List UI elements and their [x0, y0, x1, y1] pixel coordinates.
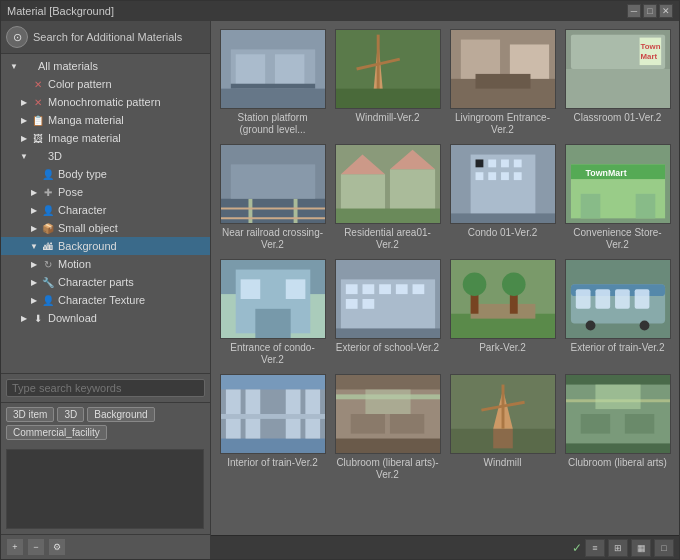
grid-item-classroom[interactable]: Town Mart Classroom 01-Ver.2: [564, 29, 671, 136]
tag-3d[interactable]: 3D: [57, 407, 84, 422]
tag-background[interactable]: Background: [87, 407, 154, 422]
grid-item-train-exterior[interactable]: Exterior of train-Ver.2: [564, 259, 671, 366]
svg-rect-98: [350, 414, 384, 434]
svg-rect-73: [470, 304, 535, 319]
tree-item-all-materials[interactable]: ▼ All materials: [1, 57, 210, 75]
grid-item-windmill-ver2[interactable]: Windmill-Ver.2: [334, 29, 441, 136]
tree-item-background[interactable]: ▼ 🏙 Background: [1, 237, 210, 255]
grid-item-railroad[interactable]: Near railroad crossing-Ver.2: [219, 144, 326, 251]
tag-commercial[interactable]: Commercial_facility: [6, 425, 107, 440]
grid-item-clubroom[interactable]: Clubroom (liberal arts)-Ver.2: [334, 374, 441, 481]
svg-rect-47: [513, 172, 521, 180]
thumb-windmill-ver2: [335, 29, 441, 109]
svg-rect-60: [285, 279, 305, 299]
search-input[interactable]: [6, 379, 205, 397]
grid-item-residential[interactable]: Residential area01-Ver.2: [334, 144, 441, 251]
grid-item-station[interactable]: Station platform (ground level...: [219, 29, 326, 136]
grid-item-park[interactable]: Park-Ver.2: [449, 259, 556, 366]
icon-character-texture: 👤: [41, 293, 55, 307]
grid-item-clubroom-lib[interactable]: Clubroom (liberal arts): [564, 374, 671, 481]
label-character-texture: Character Texture: [58, 294, 145, 306]
arrow-body-type: [29, 169, 39, 179]
svg-rect-68: [345, 299, 357, 309]
label-train-interior: Interior of train-Ver.2: [227, 457, 318, 469]
svg-point-86: [639, 321, 649, 331]
label-livingroom: Livingroom Entrance-Ver.2: [450, 112, 556, 136]
svg-rect-116: [595, 385, 640, 410]
arrow-download: ▶: [19, 313, 29, 323]
svg-rect-84: [634, 289, 649, 309]
tree-item-body-type[interactable]: 👤 Body type: [1, 165, 210, 183]
svg-rect-16: [460, 40, 499, 79]
status-btn-4[interactable]: □: [654, 539, 674, 557]
grid-item-condo-entrance[interactable]: Entrance of condo-Ver.2: [219, 259, 326, 366]
arrow-character: ▶: [29, 205, 39, 215]
add-icon-btn[interactable]: +: [6, 538, 24, 556]
grid-item-train-interior[interactable]: Interior of train-Ver.2: [219, 374, 326, 481]
svg-text:Mart: Mart: [640, 52, 657, 61]
grid-item-convenience[interactable]: TownMart Convenience Store-Ver.2: [564, 144, 671, 251]
maximize-button[interactable]: □: [643, 4, 657, 18]
label-download: Download: [48, 312, 97, 324]
arrow-color-pattern: [19, 79, 29, 89]
grid-item-school[interactable]: Exterior of school-Ver.2: [334, 259, 441, 366]
arrow-character-texture: ▶: [29, 295, 39, 305]
status-btn-1[interactable]: ≡: [585, 539, 605, 557]
close-button[interactable]: ✕: [659, 4, 673, 18]
tree-item-small-object[interactable]: ▶ 📦 Small object: [1, 219, 210, 237]
tree-item-download[interactable]: ▶ ⬇ Download: [1, 309, 210, 327]
svg-rect-114: [624, 414, 653, 434]
tree-item-motion[interactable]: ▶ ↻ Motion: [1, 255, 210, 273]
svg-rect-20: [566, 69, 670, 108]
tree-item-manga[interactable]: ▶ 📋 Manga material: [1, 111, 210, 129]
label-windmill-ver2: Windmill-Ver.2: [356, 112, 420, 124]
search-bar-header: ⊙ Search for Additional Materials: [1, 21, 210, 54]
label-park: Park-Ver.2: [479, 342, 526, 354]
settings-icon-btn[interactable]: ⚙: [48, 538, 66, 556]
icon-3d: [31, 149, 45, 163]
label-windmill: Windmill: [484, 457, 522, 469]
title-bar: Material [Background] ─ □ ✕: [1, 1, 679, 21]
label-classroom: Classroom 01-Ver.2: [574, 112, 662, 124]
label-pose: Pose: [58, 186, 83, 198]
tree-item-3d[interactable]: ▼ 3D: [1, 147, 210, 165]
tree-item-color-pattern[interactable]: ✕ Color pattern: [1, 75, 210, 93]
tree-item-character[interactable]: ▶ 👤 Character: [1, 201, 210, 219]
label-character: Character: [58, 204, 106, 216]
tree-item-image[interactable]: ▶ 🖼 Image material: [1, 129, 210, 147]
thumb-convenience: TownMart: [565, 144, 671, 224]
grid-item-windmill[interactable]: Windmill: [449, 374, 556, 481]
tree-item-monochromatic[interactable]: ▶ ✕ Monochromatic pattern: [1, 93, 210, 111]
material-tree[interactable]: ▼ All materials ✕ Color pattern ▶ ✕ Mono…: [1, 54, 210, 373]
tree-item-character-parts[interactable]: ▶ 🔧 Character parts: [1, 273, 210, 291]
grid-item-livingroom[interactable]: Livingroom Entrance-Ver.2: [449, 29, 556, 136]
thumb-railroad: [220, 144, 326, 224]
left-bottom-icons: + − ⚙: [6, 538, 66, 556]
svg-rect-46: [501, 172, 509, 180]
thumb-station: [220, 29, 326, 109]
grid-item-condo[interactable]: Condo 01-Ver.2: [449, 144, 556, 251]
label-train-exterior: Exterior of train-Ver.2: [571, 342, 665, 354]
window-title: Material [Background]: [7, 5, 114, 17]
thumb-train-interior: [220, 374, 326, 454]
tree-item-pose[interactable]: ▶ ✚ Pose: [1, 183, 210, 201]
tree-item-character-texture[interactable]: ▶ 👤 Character Texture: [1, 291, 210, 309]
remove-icon-btn[interactable]: −: [27, 538, 45, 556]
svg-rect-13: [336, 89, 440, 109]
label-background: Background: [58, 240, 117, 252]
label-3d: 3D: [48, 150, 62, 162]
thumb-residential: [335, 144, 441, 224]
thumb-livingroom: [450, 29, 556, 109]
arrow-background: ▼: [29, 241, 39, 251]
tag-3d-item[interactable]: 3D item: [6, 407, 54, 422]
arrow-pose: ▶: [29, 187, 39, 197]
material-grid[interactable]: Station platform (ground level...: [211, 21, 679, 535]
minimize-button[interactable]: ─: [627, 4, 641, 18]
label-convenience: Convenience Store-Ver.2: [565, 227, 671, 251]
status-btn-2[interactable]: ⊞: [608, 539, 628, 557]
svg-rect-66: [395, 284, 407, 294]
label-color-pattern: Color pattern: [48, 78, 112, 90]
status-btn-3[interactable]: ▦: [631, 539, 651, 557]
svg-rect-81: [575, 289, 590, 309]
search-circle-icon: ⊙: [6, 26, 28, 48]
